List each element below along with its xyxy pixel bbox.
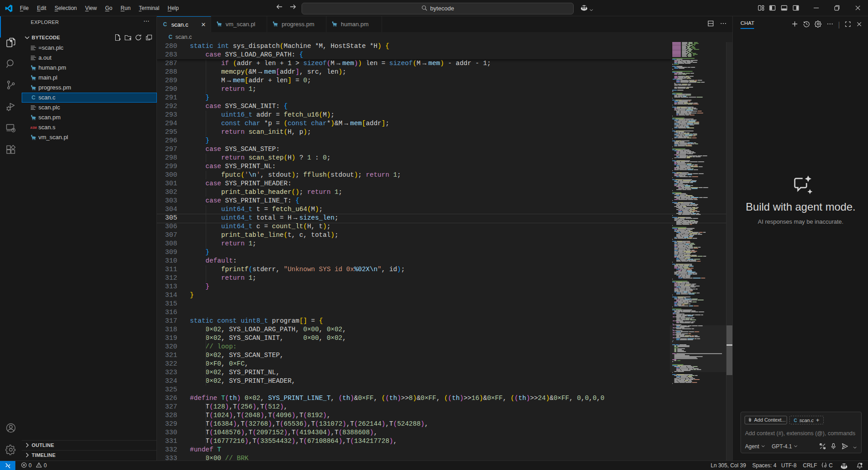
svg-text:C: C (32, 94, 36, 101)
svg-text:C: C (794, 418, 797, 423)
svg-text:ASM: ASM (30, 126, 37, 129)
svg-text:C: C (163, 21, 167, 28)
svg-text:C: C (169, 34, 173, 40)
